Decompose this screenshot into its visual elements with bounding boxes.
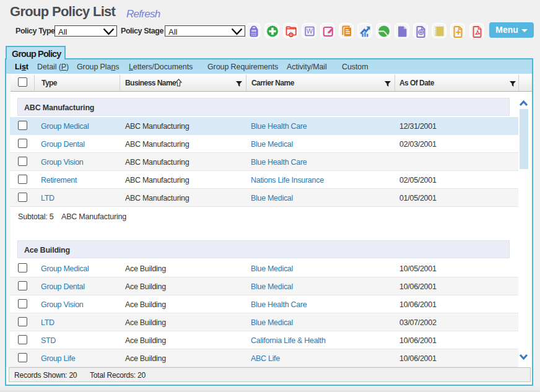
svg-text:W: W bbox=[307, 27, 313, 35]
